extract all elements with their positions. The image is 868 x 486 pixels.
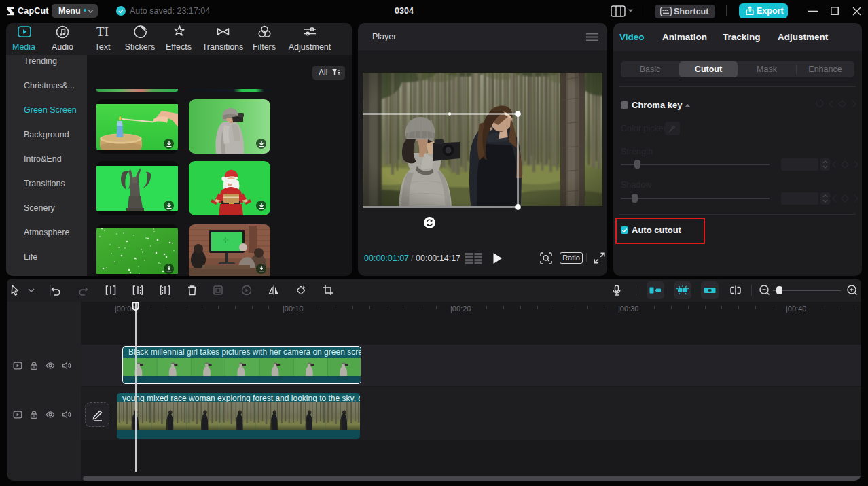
svg-text:TI: TI [96,24,109,39]
